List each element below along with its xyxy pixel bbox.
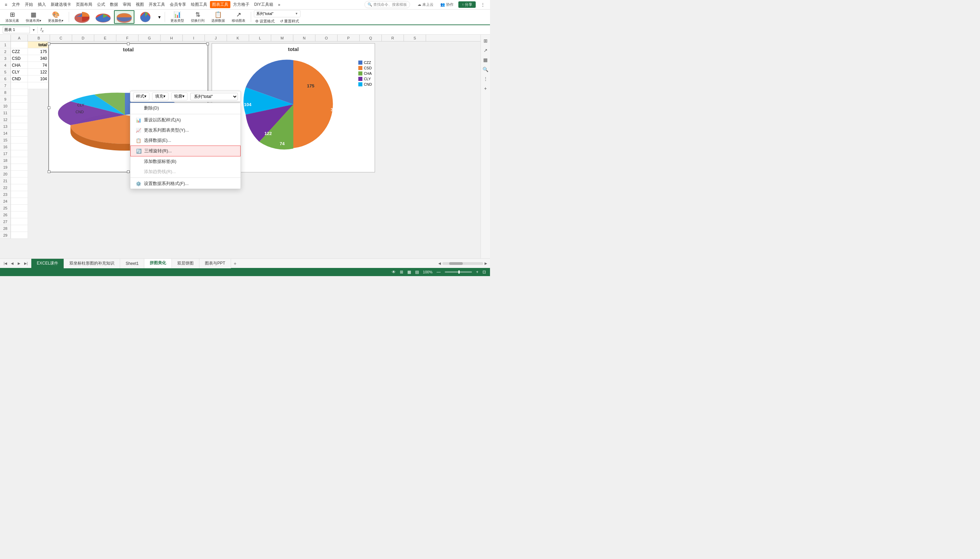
row-header-10[interactable]: 10	[0, 103, 11, 109]
tab-double-pie[interactable]: 双层饼图	[172, 259, 199, 268]
set-format-button[interactable]: ⚙ 设置格式	[254, 18, 276, 24]
col-header-d[interactable]: D	[72, 35, 94, 41]
cell-a18[interactable]	[11, 157, 28, 164]
col-header-s[interactable]: S	[404, 35, 426, 41]
cell-a9[interactable]	[11, 96, 28, 103]
menu-diytool[interactable]: DIY工具箱	[252, 1, 275, 8]
hamburger-icon[interactable]: ≡	[3, 2, 9, 8]
row-header-9[interactable]: 9	[0, 96, 11, 103]
row-header-1[interactable]: 1	[0, 41, 11, 48]
cell-a7[interactable]	[11, 82, 28, 89]
col-header-p[interactable]: P	[338, 35, 360, 41]
hscroll-left[interactable]: ◀	[438, 261, 441, 265]
row-header-4[interactable]: 4	[0, 62, 11, 69]
row-header-8[interactable]: 8	[0, 89, 11, 96]
cell-b7[interactable]	[28, 82, 48, 89]
menu-formula[interactable]: 公式	[95, 1, 107, 8]
rpanel-btn-5[interactable]: ⋮	[482, 76, 489, 82]
cell-a10[interactable]	[11, 103, 28, 109]
rpanel-btn-3[interactable]: ▦	[482, 56, 489, 63]
cell-a28[interactable]	[11, 225, 28, 232]
status-eye-icon[interactable]: 👁	[392, 270, 396, 275]
collaborate-btn[interactable]: 👥 协作	[438, 2, 456, 8]
rpanel-btn-6[interactable]: +	[482, 85, 489, 92]
col-header-a[interactable]: A	[11, 35, 28, 41]
zoom-in-icon[interactable]: +	[476, 270, 478, 275]
col-header-b[interactable]: B	[28, 35, 50, 41]
row-header-22[interactable]: 22	[0, 184, 11, 191]
cell-b4[interactable]: 74	[28, 62, 48, 69]
col-header-e[interactable]: E	[94, 35, 116, 41]
rpanel-btn-4[interactable]: 🔍	[482, 66, 489, 73]
menu-more[interactable]: »	[276, 2, 282, 8]
cell-a4[interactable]: CHA	[11, 62, 28, 69]
tab-nav-prev[interactable]: ◀	[10, 261, 15, 266]
row-header-5[interactable]: 5	[0, 69, 11, 76]
hscroll-track[interactable]	[442, 262, 483, 265]
quick-layout-button[interactable]: ▦ 快速布局▾	[23, 10, 44, 24]
cell-a14[interactable]	[11, 130, 28, 137]
cell-a23[interactable]	[11, 191, 28, 198]
handle-ml[interactable]	[48, 106, 50, 109]
zoom-slider-thumb[interactable]	[458, 270, 460, 274]
tab-pie-beautify[interactable]: 拼图美化	[144, 259, 172, 268]
row-header-7[interactable]: 7	[0, 82, 11, 89]
more-options-icon[interactable]: ⋮	[478, 2, 487, 8]
col-header-j[interactable]: J	[205, 35, 227, 41]
cell-a27[interactable]	[11, 218, 28, 225]
tab-chart-ppt[interactable]: 图表与PPT	[199, 259, 231, 268]
handle-tl[interactable]	[48, 43, 50, 45]
tab-nav-first[interactable]: |◀	[3, 261, 8, 266]
col-header-o[interactable]: O	[315, 35, 338, 41]
col-header-k[interactable]: K	[227, 35, 249, 41]
menu-file[interactable]: 文件	[10, 1, 22, 8]
col-header-h[interactable]: H	[161, 35, 183, 41]
add-element-button[interactable]: ⊞ 添加元素	[3, 10, 22, 24]
row-header-20[interactable]: 20	[0, 171, 11, 177]
col-header-r[interactable]: R	[382, 35, 404, 41]
menu-charttool[interactable]: 图表工具	[210, 1, 230, 8]
cell-b5[interactable]: 122	[28, 69, 48, 76]
cell-b2[interactable]: 175	[28, 48, 48, 55]
row-header-11[interactable]: 11	[0, 109, 11, 116]
cell-b3[interactable]: 340	[28, 55, 48, 62]
menu-search[interactable]: 🔍 查找命令、搜索模板	[365, 1, 410, 8]
row-header-28[interactable]: 28	[0, 225, 11, 232]
cell-a2[interactable]: CZZ	[11, 48, 28, 55]
hscroll-thumb[interactable]	[449, 262, 463, 265]
row-header-13[interactable]: 13	[0, 123, 11, 130]
cell-a15[interactable]	[11, 137, 28, 144]
formula-input[interactable]	[46, 28, 487, 32]
menu-newtab[interactable]: 新建选项卡	[49, 1, 73, 8]
fill-btn[interactable]: 填充▾	[152, 93, 168, 100]
chart-more-icon[interactable]: ▾	[157, 14, 162, 20]
cell-a19[interactable]	[11, 164, 28, 171]
row-header-17[interactable]: 17	[0, 150, 11, 157]
cell-a5[interactable]: CLY	[11, 69, 28, 76]
tab-nav-last[interactable]: ▶|	[23, 261, 28, 266]
handle-tr[interactable]	[206, 43, 209, 45]
cell-a8[interactable]	[11, 89, 28, 96]
change-color-button[interactable]: 🎨 更改颜色▾	[45, 10, 66, 24]
menu-ffgz[interactable]: 方方格子	[231, 1, 252, 8]
zoom-out-icon[interactable]: —	[436, 270, 441, 275]
menu-drawtool[interactable]: 绘图工具	[189, 1, 209, 8]
ctx-change-type[interactable]: 📈 更改系列图表类型(Y)...	[130, 125, 240, 135]
row-header-27[interactable]: 27	[0, 218, 11, 225]
row-header-16[interactable]: 16	[0, 144, 11, 150]
cell-a25[interactable]	[11, 205, 28, 212]
cell-a12[interactable]	[11, 116, 28, 123]
chart-thumb-2[interactable]	[93, 10, 113, 24]
row-header-21[interactable]: 21	[0, 177, 11, 184]
chart-thumb-1[interactable]	[72, 10, 92, 24]
cell-a29[interactable]	[11, 232, 28, 239]
hscroll-right[interactable]: ▶	[484, 261, 487, 265]
add-sheet-button[interactable]: +	[231, 260, 239, 268]
cell-a21[interactable]	[11, 177, 28, 184]
series-select[interactable]: 系列"total"	[190, 93, 238, 100]
col-header-m[interactable]: M	[271, 35, 294, 41]
tab-nav-next[interactable]: ▶	[17, 261, 22, 266]
cell-a13[interactable]	[11, 123, 28, 130]
row-header-19[interactable]: 19	[0, 164, 11, 171]
rpanel-btn-2[interactable]: ↗	[482, 47, 489, 54]
